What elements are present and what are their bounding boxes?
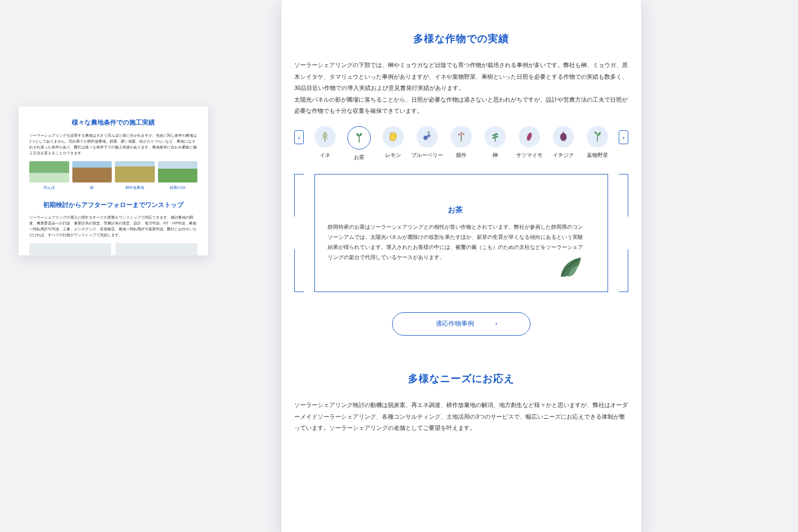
chevron-right-icon: › — [495, 318, 497, 330]
svg-point-10 — [495, 136, 498, 138]
feature-title: お茶 — [328, 203, 583, 217]
section-needs-title: 多様なニーズにお応え — [294, 370, 628, 388]
crop-label: イチジク — [553, 151, 574, 160]
blueberry-icon — [417, 126, 438, 147]
thumb-bottom-images — [29, 243, 197, 256]
crops-cta-button[interactable]: 適応作物事例 › — [392, 312, 530, 336]
crop-label: 葉物野菜 — [587, 151, 608, 160]
carousel-prev-button[interactable]: ‹ — [294, 130, 304, 144]
thumb-land-item: 畑 — [72, 161, 112, 191]
crop-label: レモン — [385, 151, 401, 160]
crop-item-leafy[interactable]: 葉物野菜 — [581, 126, 613, 162]
page-preview-large: 多様な作物での実績 ソーラーシェアリングの下部では、榊やミョウガなど日陰でも育つ… — [280, 0, 642, 532]
fig-icon — [553, 126, 574, 147]
thumb-image — [115, 243, 197, 256]
crop-label: 榊 — [493, 151, 498, 160]
thumb-land-image — [72, 161, 112, 182]
thumb-section1-body: ソーラーシェアリングを設置する農地は大きく田んぼと畑に分かれますが、完全に同じ条… — [29, 132, 197, 156]
crop-label: サツマイモ — [516, 151, 543, 160]
svg-point-7 — [492, 134, 495, 137]
thumb-land-item: 田んぼ — [29, 161, 69, 191]
thumb-section2-title: 初期検討からアフターフォローまでワンストップ — [29, 200, 197, 211]
svg-point-11 — [526, 132, 533, 142]
frame-corner-icon — [619, 250, 628, 292]
crop-carousel: ‹ イネお茶レモンブルーベリー畑作榊サツマイモイチジク葉物野菜 › — [294, 126, 628, 162]
thumb-land-item: 耕作放棄地 — [115, 161, 155, 191]
svg-point-1 — [390, 132, 391, 134]
thumb-image — [29, 243, 111, 256]
thumb-land-label: 斜面のSS — [158, 185, 198, 191]
chevron-left-icon: ‹ — [298, 134, 300, 141]
thumb-land-label: 畑 — [72, 185, 112, 191]
carousel-next-button[interactable]: › — [619, 130, 628, 144]
featured-crop-card: お茶 静岡特産のお茶はソーラーシェアリングとの相性が良い作物とされています。弊社… — [294, 174, 628, 292]
svg-point-9 — [492, 137, 495, 139]
crop-list: イネお茶レモンブルーベリー畑作榊サツマイモイチジク葉物野菜 — [309, 126, 613, 162]
cta-label: 適応作物事例 — [436, 318, 474, 330]
page-thumbnail-small: 様々な農地条件での施工実績 ソーラーシェアリングを設置する農地は大きく田んぼと畑… — [18, 106, 209, 256]
crop-item-field-crop[interactable]: 畑作 — [445, 126, 477, 162]
thumb-section2-body: ソーラーシェアリングの導入に関するすべての業務をワンストップで対応できます。検討… — [29, 214, 197, 238]
feature-body: 静岡特産のお茶はソーラーシェアリングとの相性が良い作物とされています。弊社が参画… — [328, 222, 583, 262]
crop-label: イネ — [320, 151, 330, 160]
svg-point-8 — [495, 133, 498, 136]
needs-lead: ソーラーシェアリング検討の動機は脱炭素、再エネ調達、耕作放棄地の解消、地方創生な… — [294, 400, 628, 434]
svg-point-2 — [423, 136, 428, 140]
field-crop-icon — [451, 126, 472, 147]
crops-lead: ソーラーシェアリングの下部では、榊やミョウガなど日陰でも育つ作物が栽培される事例… — [294, 60, 628, 117]
thumb-land-image — [29, 161, 69, 182]
crop-item-sweetpotato[interactable]: サツマイモ — [513, 126, 545, 162]
leaf-deco-icon — [558, 254, 583, 280]
svg-point-6 — [460, 132, 462, 134]
crop-item-tea[interactable]: お茶 — [343, 126, 375, 162]
thumb-land-label: 耕作放棄地 — [115, 185, 155, 191]
thumb-land-image — [115, 161, 155, 182]
svg-point-3 — [427, 134, 430, 137]
rice-icon — [314, 126, 336, 147]
svg-point-5 — [462, 133, 464, 135]
tea-icon — [347, 126, 371, 149]
lemon-icon — [383, 126, 404, 147]
sweetpotato-icon — [519, 126, 540, 147]
crop-item-blueberry[interactable]: ブルーベリー — [411, 126, 443, 162]
crop-label: ブルーベリー — [411, 151, 443, 160]
thumb-section1-title: 様々な農地条件での施工実績 — [29, 117, 197, 128]
frame-corner-icon — [294, 174, 304, 217]
crop-item-sakaki[interactable]: 榊 — [479, 126, 511, 162]
crop-item-lemon[interactable]: レモン — [377, 126, 409, 162]
frame-corner-icon — [294, 250, 304, 292]
crop-label: 畑作 — [456, 151, 467, 160]
frame-corner-icon — [619, 174, 628, 217]
svg-point-4 — [458, 134, 460, 136]
sakaki-icon — [485, 126, 506, 147]
crop-item-fig[interactable]: イチジク — [547, 126, 579, 162]
crop-label: お茶 — [354, 153, 364, 162]
thumb-land-label: 田んぼ — [29, 185, 69, 191]
thumb-land-image — [158, 161, 198, 182]
crop-item-rice[interactable]: イネ — [309, 126, 341, 162]
thumb-land-item: 斜面のSS — [158, 161, 198, 191]
leafy-icon — [587, 126, 608, 147]
thumb-land-row: 田んぼ畑耕作放棄地斜面のSS — [29, 161, 197, 191]
chevron-right-icon: › — [622, 134, 625, 141]
section-crops-title: 多様な作物での実績 — [294, 30, 628, 48]
